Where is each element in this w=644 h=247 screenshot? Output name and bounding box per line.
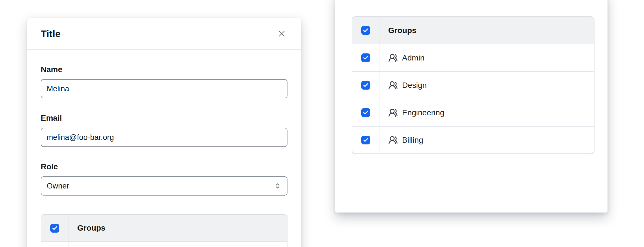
modal-title: Title bbox=[41, 28, 61, 39]
role-select-value: Owner bbox=[47, 182, 69, 190]
table-row-billing: Billing bbox=[352, 126, 594, 153]
group-row-label: Admin bbox=[402, 53, 424, 62]
group-row-label: Billing bbox=[402, 136, 423, 145]
chevron-up-down-icon bbox=[274, 182, 282, 190]
role-select[interactable]: Owner bbox=[41, 176, 287, 196]
x-icon bbox=[278, 29, 286, 38]
table-row-engineering: Engineering bbox=[352, 99, 594, 126]
select-all-checkbox[interactable] bbox=[361, 26, 370, 35]
groups-table-header-row: Groups bbox=[41, 215, 287, 241]
groups-table: Groups Admin bbox=[352, 16, 594, 154]
row-checkbox[interactable] bbox=[361, 108, 370, 117]
select-all-checkbox[interactable] bbox=[50, 224, 59, 233]
users-icon bbox=[388, 135, 398, 145]
row-checkbox[interactable] bbox=[361, 53, 370, 62]
close-button[interactable] bbox=[276, 28, 287, 39]
name-input[interactable] bbox=[41, 79, 287, 98]
groups-header-label: Groups bbox=[379, 17, 594, 44]
users-icon bbox=[388, 53, 398, 63]
email-input[interactable] bbox=[41, 128, 287, 147]
check-icon bbox=[363, 82, 369, 88]
table-row bbox=[41, 241, 287, 247]
groups-table: Groups bbox=[41, 214, 287, 247]
groups-panel: Groups Admin bbox=[335, 0, 607, 213]
modal-header: Title bbox=[27, 18, 301, 50]
row-checkbox[interactable] bbox=[361, 136, 370, 144]
table-row-design: Design bbox=[352, 71, 594, 99]
group-row-label: Design bbox=[402, 81, 427, 90]
name-label: Name bbox=[41, 65, 287, 74]
users-icon bbox=[388, 108, 398, 118]
modal-body: Name Email Role Owner Groups bbox=[27, 65, 301, 247]
header-checkbox-cell bbox=[41, 215, 68, 241]
check-icon bbox=[52, 225, 58, 231]
groups-table-header-row: Groups bbox=[352, 17, 594, 44]
header-checkbox-cell bbox=[352, 17, 379, 44]
check-icon bbox=[363, 27, 369, 33]
row-checkbox[interactable] bbox=[361, 81, 370, 90]
groups-header-label: Groups bbox=[68, 215, 287, 241]
check-icon bbox=[363, 137, 369, 143]
email-label: Email bbox=[41, 114, 287, 123]
edit-user-modal: Title Name Email Role Owner bbox=[27, 18, 301, 247]
role-label: Role bbox=[41, 162, 287, 171]
users-icon bbox=[388, 81, 398, 90]
table-row-admin: Admin bbox=[352, 44, 594, 71]
check-icon bbox=[363, 110, 369, 116]
check-icon bbox=[363, 55, 369, 61]
group-row-label: Engineering bbox=[402, 108, 444, 117]
